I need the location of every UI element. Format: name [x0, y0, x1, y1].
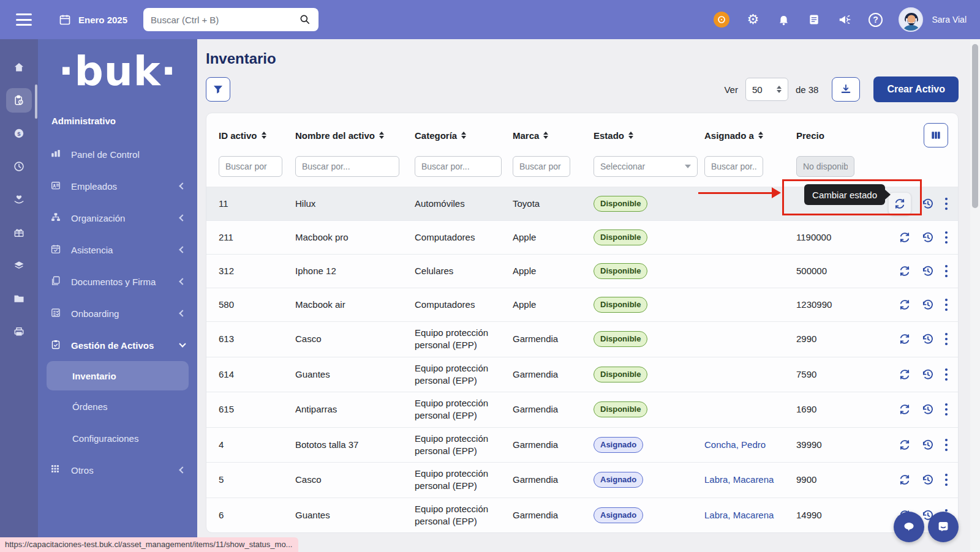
scrollbar-thumb[interactable]: [972, 44, 978, 208]
change-status-button[interactable]: [898, 332, 911, 346]
cell-category: Equipo protección personal (EPP): [415, 362, 513, 387]
global-search-input[interactable]: [151, 15, 294, 25]
asset-management-rail-icon[interactable]: [6, 88, 32, 113]
history-button[interactable]: [921, 438, 935, 452]
filter-assigned-input[interactable]: [704, 156, 763, 177]
download-button[interactable]: [832, 77, 860, 102]
history-button[interactable]: [921, 473, 935, 487]
sidebar-subitem-ordenes[interactable]: Órdenes: [38, 390, 197, 422]
create-asset-button[interactable]: Crear Activo: [873, 76, 959, 102]
sidebar-item-asistencia[interactable]: Asistencia: [38, 234, 197, 266]
assigned-link[interactable]: Labra, Macarena: [704, 474, 774, 485]
hamburger-menu-icon[interactable]: [16, 13, 32, 26]
column-header-status: Estado: [594, 130, 704, 141]
training-layers-icon[interactable]: [6, 253, 32, 278]
history-button[interactable]: [921, 264, 935, 278]
table-row[interactable]: 6 Guantes Equipo protección personal (EP…: [206, 498, 958, 533]
filter-category-input[interactable]: [415, 156, 502, 177]
table-row[interactable]: 4 Bototos talla 37 Equipo protección per…: [206, 427, 958, 463]
history-button[interactable]: [921, 332, 935, 346]
sidebar-item-documentos-y-firma[interactable]: Documentos y Firma: [38, 266, 197, 297]
filter-name-input[interactable]: [295, 156, 399, 177]
sort-icon[interactable]: [461, 132, 466, 139]
kebab-menu-button[interactable]: [944, 264, 948, 278]
kebab-menu-button[interactable]: [944, 298, 948, 311]
history-button[interactable]: [921, 231, 935, 244]
sidebar-item-otros[interactable]: Otros: [38, 454, 197, 486]
change-status-button[interactable]: [898, 403, 911, 416]
change-status-button[interactable]: [898, 473, 911, 487]
sidebar-item-empleados[interactable]: Empleados: [38, 170, 197, 202]
table-row[interactable]: 211 Macbook pro Computadores Apple Dispo…: [206, 220, 958, 254]
change-status-button[interactable]: [898, 264, 911, 278]
sidebar-item-panel-de-control[interactable]: Panel de Control: [38, 138, 197, 170]
filter-brand-input[interactable]: [513, 156, 570, 177]
payroll-dollar-icon[interactable]: $: [6, 121, 32, 146]
home-icon[interactable]: [6, 55, 32, 80]
table-row[interactable]: 5 Casco Equipo protección personal (EPP)…: [206, 462, 958, 498]
sidebar-subitem-configuraciones[interactable]: Configuraciones: [38, 422, 197, 454]
help-icon[interactable]: ?: [868, 12, 883, 27]
history-button[interactable]: [921, 403, 935, 416]
time-clock-icon[interactable]: [6, 154, 32, 179]
support-icon[interactable]: [714, 12, 729, 28]
sort-icon[interactable]: [758, 132, 763, 139]
column-header-id: ID activo: [219, 130, 295, 141]
kebab-menu-button[interactable]: [944, 332, 948, 346]
sort-icon[interactable]: [543, 132, 548, 139]
kebab-menu-button[interactable]: [944, 473, 948, 487]
cell-price: 2990: [796, 333, 882, 345]
sort-icon[interactable]: [379, 132, 384, 139]
change-status-button[interactable]: [898, 231, 911, 244]
history-button[interactable]: [921, 368, 935, 381]
user-avatar[interactable]: [899, 7, 923, 32]
history-button[interactable]: [921, 298, 935, 311]
filter-status-select[interactable]: Seleccionar: [594, 156, 698, 177]
folder-icon[interactable]: [6, 286, 32, 311]
sort-icon[interactable]: [262, 132, 266, 139]
buk-logo: ·buk·: [38, 48, 197, 95]
notifications-bell-icon[interactable]: [776, 12, 791, 27]
page-size-select[interactable]: 50: [745, 78, 788, 101]
kiosk-printer-icon[interactable]: [6, 319, 32, 344]
cell-id: 11: [219, 198, 295, 210]
table-row[interactable]: 615 Antiparras Equipo protección persona…: [206, 392, 958, 427]
assigned-link[interactable]: Concha, Pedro: [704, 439, 766, 450]
kebab-menu-button[interactable]: [944, 403, 948, 416]
table-row[interactable]: 614 Guantes Equipo protección personal (…: [206, 357, 958, 392]
sidebar-item-organizacion[interactable]: Organización: [38, 202, 197, 234]
settings-gear-icon[interactable]: ⚙: [745, 12, 760, 27]
chat-bubble-button[interactable]: [894, 512, 924, 542]
table-row[interactable]: 312 Iphone 12 Celulares Apple Disponible…: [206, 254, 958, 288]
table-row[interactable]: 613 Casco Equipo protección personal (EP…: [206, 321, 958, 357]
sidebar-subitem-inventario[interactable]: Inventario: [47, 361, 189, 390]
search-icon[interactable]: [299, 13, 311, 26]
change-status-button[interactable]: [898, 368, 911, 381]
filter-button[interactable]: [206, 77, 230, 102]
column-picker-button[interactable]: [924, 123, 948, 147]
gift-box-icon[interactable]: [6, 220, 32, 245]
kebab-menu-button[interactable]: [944, 438, 948, 452]
assigned-link[interactable]: Labra, Macarena: [704, 510, 774, 520]
change-status-button[interactable]: [888, 192, 911, 215]
filter-id-input[interactable]: [219, 156, 282, 177]
history-button[interactable]: [921, 197, 935, 211]
kebab-menu-button[interactable]: [944, 368, 948, 381]
user-name[interactable]: Sara Vial: [932, 15, 967, 24]
kebab-menu-button[interactable]: [944, 197, 948, 211]
change-status-button[interactable]: [898, 438, 911, 452]
benefits-hand-heart-icon[interactable]: [6, 187, 32, 212]
cell-category: Equipo protección personal (EPP): [415, 468, 513, 493]
sidebar-item-gestion-de-activos[interactable]: Gestión de Activos: [38, 329, 197, 361]
kebab-menu-button[interactable]: [944, 231, 948, 244]
notes-icon[interactable]: [807, 12, 821, 27]
messenger-button[interactable]: [928, 512, 959, 542]
table-row[interactable]: 580 Macbook air Computadores Apple Dispo…: [206, 288, 958, 321]
change-status-button[interactable]: [898, 298, 911, 311]
scrollbar-track[interactable]: [970, 39, 980, 552]
announcements-megaphone-icon[interactable]: [837, 12, 852, 27]
cell-category: Equipo protección personal (EPP): [415, 397, 513, 422]
sort-icon[interactable]: [628, 132, 633, 139]
period-selector[interactable]: Enero 2025: [58, 12, 127, 27]
sidebar-item-onboarding[interactable]: Onboarding: [38, 297, 197, 329]
